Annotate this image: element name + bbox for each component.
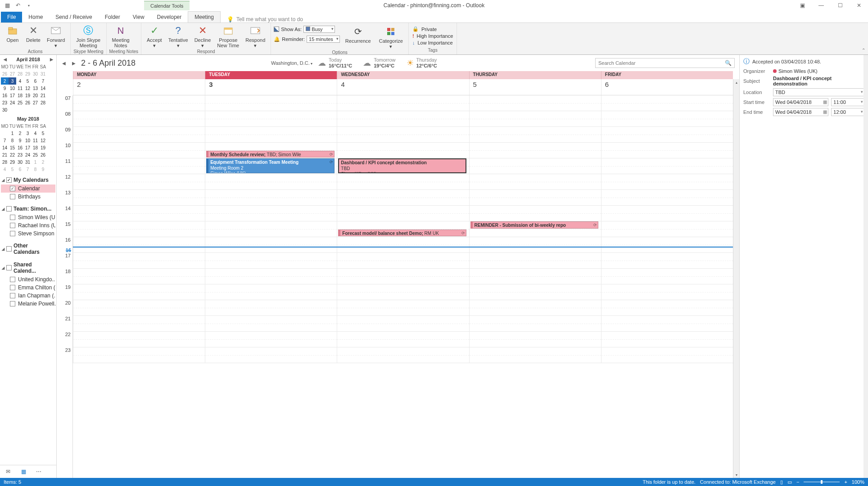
day-number[interactable]: 6 <box>601 79 733 95</box>
calendar-day[interactable]: 6 <box>16 166 24 173</box>
calendar-day[interactable]: 5 <box>9 166 16 173</box>
calendar-day[interactable]: 13 <box>32 85 39 92</box>
appointment[interactable]: Equipment Transformation Team MeetingMee… <box>206 158 334 173</box>
calendar-day[interactable]: 21 <box>1 151 9 158</box>
time-slot[interactable] <box>601 174 733 190</box>
calendar-day[interactable]: 3 <box>9 77 16 85</box>
search-icon[interactable]: 🔍 <box>725 60 732 66</box>
calendar-day[interactable]: 5 <box>39 130 47 137</box>
time-slot[interactable] <box>469 111 601 127</box>
prev-week-button[interactable]: ◀ <box>61 60 67 67</box>
zoom-out-button[interactable]: − <box>796 479 799 485</box>
calendar-item[interactable]: Emma Chilton (... <box>1 284 55 292</box>
calendar-day[interactable]: 11 <box>32 137 39 144</box>
calendar-day[interactable]: 27 <box>32 99 39 106</box>
time-slot[interactable] <box>73 284 205 300</box>
calendar-day[interactable]: 30 <box>16 158 24 166</box>
calendar-day[interactable] <box>24 106 32 113</box>
time-slot[interactable] <box>205 284 337 300</box>
accept-button[interactable]: ✓Accept▾ <box>144 24 165 49</box>
tab-meeting[interactable]: Meeting <box>188 11 221 22</box>
calendar-day[interactable]: 28 <box>1 158 9 166</box>
calendar-day[interactable]: 10 <box>9 85 16 92</box>
maximize-button[interactable]: ☐ <box>831 0 849 11</box>
calendar-checkbox[interactable] <box>10 231 15 236</box>
categorize-button[interactable]: Categorize▾ <box>376 25 406 50</box>
calendar-day[interactable]: 9 <box>16 137 24 144</box>
time-slot[interactable] <box>337 174 469 190</box>
time-slot[interactable] <box>205 127 337 143</box>
appointment[interactable]: REMINDER - Submission of bi-weekly repo⟳ <box>470 221 598 229</box>
calendar-day[interactable]: 16 <box>1 92 9 99</box>
join-skype-button[interactable]: ⓈJoin Skype Meeting <box>73 24 103 49</box>
time-slot[interactable] <box>337 347 469 363</box>
time-slot[interactable] <box>469 269 601 284</box>
calendar-day[interactable] <box>1 130 9 137</box>
time-slot[interactable] <box>205 316 337 332</box>
time-slot[interactable] <box>337 127 469 143</box>
time-slot[interactable] <box>601 95 733 111</box>
time-slot[interactable] <box>337 284 469 300</box>
time-slot[interactable] <box>205 237 337 253</box>
calendar-day[interactable]: 26 <box>39 151 47 158</box>
calendar-group-header[interactable]: ◢Team: Simon... <box>1 204 55 213</box>
time-slot[interactable] <box>73 253 205 269</box>
calendar-day[interactable]: 1 <box>9 130 16 137</box>
time-slot[interactable] <box>601 316 733 332</box>
calendar-nav-icon[interactable]: ▦ <box>19 467 28 476</box>
time-slot[interactable] <box>73 174 205 190</box>
calendar-group-header[interactable]: ◢Other Calendars <box>1 241 55 256</box>
time-slot[interactable] <box>601 127 733 143</box>
decline-button[interactable]: ✕Decline▾ <box>192 24 214 49</box>
time-slot[interactable] <box>73 300 205 316</box>
calendar-group-header[interactable]: ◢Shared Calend... <box>1 260 55 275</box>
time-slot[interactable] <box>469 347 601 363</box>
calendar-day[interactable]: 8 <box>32 166 39 173</box>
qat-undo-icon[interactable]: ↶ <box>14 2 22 9</box>
meeting-notes-button[interactable]: NMeeting Notes <box>109 24 132 49</box>
prev-month-button[interactable]: ◀ <box>2 57 8 62</box>
day-number[interactable]: 2 <box>73 79 205 95</box>
time-slot[interactable] <box>469 95 601 111</box>
time-slot[interactable] <box>337 190 469 206</box>
open-button[interactable]: Open <box>3 24 23 44</box>
ribbon-display-icon[interactable]: ▣ <box>793 0 811 11</box>
calendar-item[interactable]: United Kingdo... <box>1 275 55 284</box>
time-slot[interactable] <box>205 190 337 206</box>
time-slot[interactable] <box>205 221 337 237</box>
calendar-day[interactable] <box>9 106 16 113</box>
show-as-combo[interactable]: Busy <box>303 26 335 33</box>
mail-nav-icon[interactable]: ✉ <box>4 467 13 476</box>
calendar-checkbox[interactable] <box>10 194 15 199</box>
qat-app-icon[interactable]: ▦ <box>4 2 11 9</box>
tab-file[interactable]: File <box>1 12 22 22</box>
calendar-day[interactable]: 12 <box>24 85 32 92</box>
time-slot[interactable] <box>469 190 601 206</box>
zoom-in-button[interactable]: + <box>844 479 847 485</box>
calendar-day[interactable] <box>16 106 24 113</box>
time-slot[interactable] <box>469 237 601 253</box>
calendar-day[interactable]: 18 <box>32 144 39 151</box>
time-slot[interactable] <box>601 206 733 221</box>
calendar-item[interactable]: Simon Wiles (UK) <box>1 213 55 221</box>
calendar-day[interactable]: 11 <box>16 85 24 92</box>
calendar-item[interactable]: Birthdays <box>1 193 55 201</box>
calendar-item[interactable]: Ian Chapman (... <box>1 292 55 300</box>
delete-button[interactable]: ✕Delete <box>23 24 43 44</box>
time-slot[interactable] <box>337 300 469 316</box>
time-slot[interactable] <box>73 269 205 284</box>
calendar-day[interactable]: 31 <box>39 70 47 77</box>
time-slot[interactable] <box>469 284 601 300</box>
forward-button[interactable]: Forward▾ <box>44 24 68 49</box>
calendar-day[interactable]: 14 <box>39 85 47 92</box>
calendar-item[interactable]: Melanie Powell... <box>1 300 55 308</box>
appointment[interactable]: Forecast model/ balance sheet Demo; RM U… <box>338 230 466 237</box>
time-slot[interactable] <box>205 300 337 316</box>
scroll-up-icon[interactable]: ▴ <box>733 79 739 86</box>
time-slot[interactable] <box>337 253 469 269</box>
tell-me[interactable]: 💡 Tell me what you want to do <box>221 16 303 22</box>
end-date-field[interactable]: Wed 04/04/2018▦ <box>773 108 828 116</box>
tab-home[interactable]: Home <box>22 12 49 22</box>
group-checkbox[interactable] <box>6 246 12 252</box>
minimize-button[interactable]: — <box>812 0 830 11</box>
